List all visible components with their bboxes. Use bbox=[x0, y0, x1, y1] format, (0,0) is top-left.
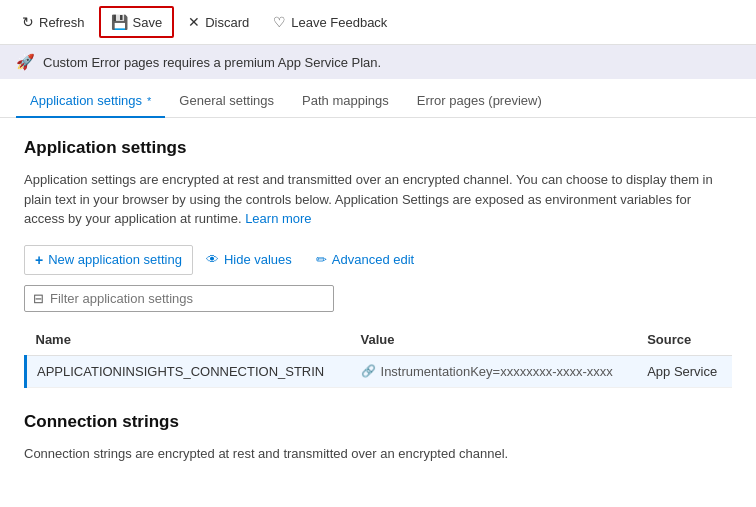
plus-icon: + bbox=[35, 252, 43, 268]
table-row[interactable]: APPLICATIONINSIGHTS_CONNECTION_STRIN 🔗 I… bbox=[26, 355, 733, 387]
table-header-row: Name Value Source bbox=[26, 324, 733, 356]
column-value: Value bbox=[351, 324, 638, 356]
section-title: Application settings bbox=[24, 138, 732, 158]
column-source: Source bbox=[637, 324, 732, 356]
new-setting-button[interactable]: + New application setting bbox=[24, 245, 193, 275]
refresh-button[interactable]: ↻ Refresh bbox=[12, 8, 95, 36]
save-button[interactable]: 💾 Save bbox=[99, 6, 175, 38]
advanced-edit-button[interactable]: ✏ Advanced edit bbox=[305, 245, 425, 274]
column-name: Name bbox=[26, 324, 351, 356]
hide-values-button[interactable]: 👁 Hide values bbox=[195, 245, 303, 274]
feedback-icon: ♡ bbox=[273, 14, 286, 30]
conn-section-title: Connection strings bbox=[24, 412, 732, 432]
tab-error-pages-label: Error pages (preview) bbox=[417, 93, 542, 108]
discard-button[interactable]: ✕ Discard bbox=[178, 8, 259, 36]
conn-description: Connection strings are encrypted at rest… bbox=[24, 444, 732, 464]
edit-icon: ✏ bbox=[316, 252, 327, 267]
discard-label: Discard bbox=[205, 15, 249, 30]
feedback-label: Leave Feedback bbox=[291, 15, 387, 30]
setting-source: App Service bbox=[637, 355, 732, 387]
banner-text: Custom Error pages requires a premium Ap… bbox=[43, 55, 381, 70]
refresh-icon: ↻ bbox=[22, 14, 34, 30]
filter-input-wrapper: ⊟ bbox=[24, 285, 334, 312]
filter-row: ⊟ bbox=[24, 285, 732, 312]
setting-value: 🔗 InstrumentationKey=xxxxxxxx-xxxx-xxxx bbox=[351, 355, 638, 387]
link-icon: 🔗 bbox=[361, 364, 376, 378]
tab-general-settings-label: General settings bbox=[179, 93, 274, 108]
value-cell: 🔗 InstrumentationKey=xxxxxxxx-xxxx-xxxx bbox=[361, 364, 628, 379]
settings-table: Name Value Source APPLICATIONINSIGHTS_CO… bbox=[24, 324, 732, 388]
advanced-edit-label: Advanced edit bbox=[332, 252, 414, 267]
hide-values-label: Hide values bbox=[224, 252, 292, 267]
connection-strings-section: Connection strings Connection strings ar… bbox=[24, 412, 732, 464]
new-setting-label: New application setting bbox=[48, 252, 182, 267]
tab-asterisk: * bbox=[144, 95, 151, 107]
toolbar: ↻ Refresh 💾 Save ✕ Discard ♡ Leave Feedb… bbox=[0, 0, 756, 45]
learn-more-link[interactable]: Learn more bbox=[245, 211, 311, 226]
setting-value-text: InstrumentationKey=xxxxxxxx-xxxx-xxxx bbox=[381, 364, 613, 379]
banner: 🚀 Custom Error pages requires a premium … bbox=[0, 45, 756, 79]
filter-icon: ⊟ bbox=[33, 291, 44, 306]
save-icon: 💾 bbox=[111, 14, 128, 30]
tabs-bar: Application settings * General settings … bbox=[0, 83, 756, 118]
tab-general-settings[interactable]: General settings bbox=[165, 83, 288, 118]
description-text: Application settings are encrypted at re… bbox=[24, 172, 713, 226]
content-area: Application settings Application setting… bbox=[0, 118, 756, 483]
feedback-button[interactable]: ♡ Leave Feedback bbox=[263, 8, 397, 36]
eye-icon: 👁 bbox=[206, 252, 219, 267]
tab-path-mappings-label: Path mappings bbox=[302, 93, 389, 108]
filter-input[interactable] bbox=[50, 291, 325, 306]
section-description: Application settings are encrypted at re… bbox=[24, 170, 724, 229]
refresh-label: Refresh bbox=[39, 15, 85, 30]
action-bar: + New application setting 👁 Hide values … bbox=[24, 245, 732, 275]
rocket-icon: 🚀 bbox=[16, 53, 35, 71]
tab-error-pages[interactable]: Error pages (preview) bbox=[403, 83, 556, 118]
discard-icon: ✕ bbox=[188, 14, 200, 30]
tab-path-mappings[interactable]: Path mappings bbox=[288, 83, 403, 118]
save-label: Save bbox=[133, 15, 163, 30]
tab-app-settings[interactable]: Application settings * bbox=[16, 83, 165, 118]
setting-name: APPLICATIONINSIGHTS_CONNECTION_STRIN bbox=[26, 355, 351, 387]
tab-app-settings-label: Application settings bbox=[30, 93, 142, 108]
